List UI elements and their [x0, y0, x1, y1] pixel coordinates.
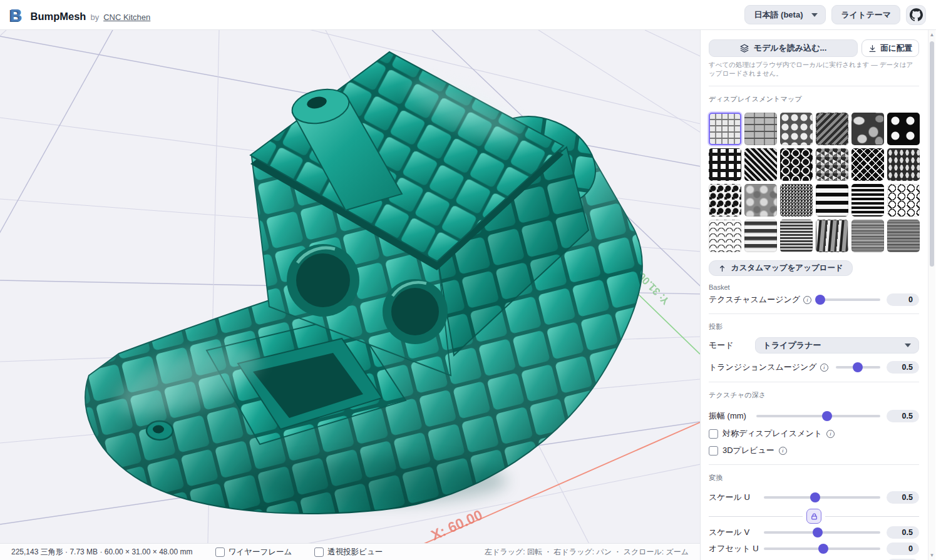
texture-thumb[interactable] [816, 113, 848, 145]
slider-thumb[interactable] [815, 295, 825, 305]
theme-toggle-button[interactable]: ライトテーマ [831, 5, 900, 24]
language-select[interactable]: 日本語 (beta) [744, 5, 826, 24]
amplitude-slider[interactable] [756, 415, 880, 417]
texture-thumb[interactable] [709, 220, 741, 252]
texture-thumb[interactable] [744, 113, 777, 145]
amplitude-value[interactable]: 0.5 [887, 410, 919, 422]
header-actions: 日本語 (beta) ライトテーマ [744, 5, 926, 25]
displacement-section-title: ディスプレイスメントマップ [709, 94, 919, 104]
texture-thumb[interactable] [887, 220, 920, 252]
upload-custom-map-label: カスタムマップをアップロード [731, 263, 843, 273]
texture-thumb[interactable] [780, 148, 813, 181]
projection-mode-value: トライプラナー [763, 340, 821, 351]
texture-thumb[interactable] [816, 184, 848, 216]
texture-thumb[interactable] [744, 184, 777, 216]
amplitude-row: 振幅 (mm) 0.5 [709, 410, 919, 422]
offset-u-slider[interactable] [764, 547, 880, 550]
texture-thumb[interactable] [851, 113, 884, 145]
viewport-3d[interactable]: Y: 31.00 X: 60.00 [0, 30, 700, 543]
texture-grid [709, 113, 919, 252]
porthole-window-right [383, 279, 448, 344]
projection-mode-select[interactable]: トライプラナー [755, 337, 919, 354]
scene-canvas[interactable]: Y: 31.00 X: 60.00 [0, 30, 700, 543]
scroll-down-icon[interactable]: ▼ [928, 552, 935, 558]
wireframe-toggle[interactable]: ワイヤーフレーム [215, 547, 292, 557]
texture-smoothing-row: テクスチャスムージング i 0 [709, 293, 919, 306]
texture-thumb[interactable] [744, 148, 777, 181]
slider-thumb[interactable] [818, 544, 828, 554]
place-on-face-label: 面に配置 [880, 43, 912, 54]
texture-thumb[interactable] [816, 220, 848, 252]
settings-sidebar: モデルを読み込む... 面に配置 すべての処理はブラウザ内でローカルに実行されま… [700, 30, 936, 560]
texture-thumb[interactable] [851, 220, 884, 252]
texture-thumb[interactable] [744, 220, 777, 252]
preview-3d-label: 3Dプレビュー [723, 445, 774, 456]
divider [825, 516, 919, 517]
place-on-face-button[interactable]: 面に配置 [861, 39, 919, 57]
author-link[interactable]: CNC Kitchen [103, 13, 150, 22]
chevron-down-icon [811, 13, 818, 17]
texture-smoothing-value[interactable]: 0 [887, 293, 919, 306]
texture-thumb[interactable] [709, 113, 741, 145]
uv-lock-button[interactable] [806, 509, 821, 524]
lock-icon [810, 512, 818, 521]
scale-v-value[interactable]: 0.5 [887, 526, 919, 539]
sidebar-scrollbar[interactable]: ▲ ▼ [928, 30, 935, 560]
texture-thumb[interactable] [780, 220, 813, 252]
by-label: by [90, 13, 99, 22]
texture-thumb[interactable] [887, 148, 920, 181]
scale-u-slider[interactable] [764, 496, 880, 499]
slider-thumb[interactable] [810, 492, 820, 502]
benchy-model[interactable] [85, 52, 642, 514]
texture-thumb[interactable] [709, 184, 741, 216]
depth-section-title: テクスチャの深さ [709, 390, 919, 400]
info-icon[interactable]: i [826, 430, 835, 438]
texture-thumb[interactable] [887, 184, 920, 216]
wireframe-checkbox[interactable] [215, 547, 225, 557]
texture-thumb[interactable] [780, 184, 813, 216]
preview-3d-checkbox[interactable] [709, 446, 718, 456]
perspective-checkbox[interactable] [314, 547, 324, 557]
texture-thumb[interactable] [709, 148, 741, 181]
download-icon [868, 44, 877, 53]
slider-thumb[interactable] [813, 527, 823, 537]
info-icon[interactable]: i [779, 447, 787, 455]
symmetric-displacement-label: 対称ディスプレイスメント [723, 428, 822, 439]
transition-smoothing-row: トランジションスムージング i 0.5 [709, 361, 919, 374]
texture-smoothing-slider[interactable] [819, 298, 880, 301]
texture-thumb[interactable] [851, 184, 884, 216]
symmetric-displacement-toggle[interactable]: 対称ディスプレイスメント i [709, 428, 919, 439]
transition-smoothing-value[interactable]: 0.5 [887, 361, 919, 374]
slider-thumb[interactable] [853, 362, 863, 372]
load-model-button[interactable]: モデルを読み込む... [709, 39, 858, 57]
privacy-note: すべての処理はブラウザ内でローカルに実行されます — データはアップロードされま… [709, 61, 919, 78]
symmetric-displacement-checkbox[interactable] [709, 429, 718, 439]
preview-3d-toggle[interactable]: 3Dプレビュー i [709, 445, 919, 456]
projection-mode-label: モード [709, 340, 734, 351]
offset-u-label: オフセット U [709, 543, 764, 554]
github-button[interactable] [906, 5, 926, 25]
scale-v-slider[interactable] [764, 531, 880, 534]
upload-custom-map-button[interactable]: カスタムマップをアップロード [709, 260, 853, 276]
texture-thumb[interactable] [816, 148, 848, 181]
texture-thumb[interactable] [851, 148, 884, 181]
transition-smoothing-slider[interactable] [836, 366, 880, 369]
perspective-toggle[interactable]: 透視投影ビュー [314, 547, 383, 557]
texture-thumb[interactable] [887, 113, 920, 145]
layers-icon [740, 44, 749, 53]
amplitude-label: 振幅 (mm) [709, 410, 746, 422]
scrollbar-thumb[interactable] [930, 41, 934, 267]
projection-mode-row: モード トライプラナー [709, 337, 919, 354]
info-icon[interactable]: i [803, 296, 811, 304]
slider-thumb[interactable] [822, 411, 832, 421]
brand: B BumpMesh by CNC Kitchen [10, 6, 150, 23]
texture-thumb[interactable] [780, 113, 813, 145]
scale-u-value[interactable]: 0.5 [887, 491, 919, 504]
scale-v-label: スケール V [709, 527, 764, 538]
wireframe-label: ワイヤーフレーム [229, 547, 292, 557]
github-icon [910, 8, 923, 21]
offset-u-value[interactable]: 0 [887, 542, 919, 555]
bow-eye [147, 421, 173, 440]
info-icon[interactable]: i [820, 364, 828, 372]
scroll-up-icon[interactable]: ▲ [928, 32, 935, 38]
